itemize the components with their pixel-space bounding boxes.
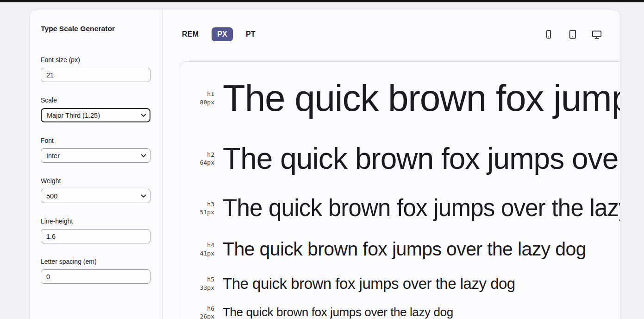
phone-icon xyxy=(544,29,554,39)
heading-tag: h3 xyxy=(180,200,214,209)
preview-row-h4: h4 41px The quick brown fox jumps over t… xyxy=(180,234,620,265)
font-select[interactable]: Inter xyxy=(41,148,150,163)
row-label-h5: h5 33px xyxy=(180,275,214,292)
preview-row-h2: h2 64px The quick brown fox jumps over t… xyxy=(180,135,620,182)
sample-text-h5: The quick brown fox jumps over the lazy … xyxy=(223,272,515,296)
letter-spacing-field-group: Letter spacing (em) xyxy=(41,258,151,284)
row-label-h6: h6 26px xyxy=(180,305,214,319)
unit-tabs: REM PX PT xyxy=(182,27,256,41)
font-size-field-group: Font size (px) xyxy=(41,56,151,82)
settings-sidebar: Type Scale Generator Font size (px) Scal… xyxy=(30,10,163,319)
preview-area: REM PX PT xyxy=(163,10,620,319)
tab-pt[interactable]: PT xyxy=(246,27,256,41)
sample-text-h3: The quick brown fox jumps over the lazy … xyxy=(223,189,620,227)
heading-tag: h2 xyxy=(180,151,214,159)
heading-size: 33px xyxy=(180,284,214,292)
preview-row-h5: h5 33px The quick brown fox jumps over t… xyxy=(180,272,620,296)
scale-label: Scale xyxy=(41,96,151,104)
letter-spacing-input[interactable] xyxy=(41,269,150,284)
heading-tag: h5 xyxy=(180,275,214,284)
font-size-input[interactable] xyxy=(41,68,150,82)
row-label-h2: h2 64px xyxy=(180,151,214,167)
line-height-input[interactable] xyxy=(41,229,150,243)
row-label-h1: h1 80px xyxy=(180,90,214,106)
row-label-h3: h3 51px xyxy=(180,200,214,217)
line-height-label: Line-height xyxy=(41,217,151,225)
preview-row-h1: h1 80px The quick brown fox jumps over t… xyxy=(180,69,620,128)
desktop-icon xyxy=(591,29,602,40)
font-field-group: Font Inter xyxy=(41,137,151,163)
page-title: Type Scale Generator xyxy=(41,25,151,33)
scale-select[interactable]: Major Third (1.25) xyxy=(41,108,150,122)
heading-tag: h1 xyxy=(180,90,214,98)
preview-row-h3: h3 51px The quick brown fox jumps over t… xyxy=(180,189,620,227)
tab-rem[interactable]: REM xyxy=(182,27,199,41)
heading-size: 64px xyxy=(180,159,214,167)
row-label-h4: h4 41px xyxy=(180,241,214,257)
font-size-label: Font size (px) xyxy=(41,56,151,64)
tablet-icon xyxy=(568,29,578,39)
weight-label: Weight xyxy=(41,177,151,185)
heading-size: 51px xyxy=(180,208,214,217)
letter-spacing-label: Letter spacing (em) xyxy=(41,258,151,265)
app-window: Type Scale Generator Font size (px) Scal… xyxy=(29,10,620,319)
tab-px[interactable]: PX xyxy=(212,27,233,41)
preview-row-h6: h6 26px The quick brown fox jumps over t… xyxy=(180,303,620,319)
heading-size: 26px xyxy=(180,313,214,319)
weight-select[interactable]: 500 xyxy=(41,189,150,203)
weight-field-group: Weight 500 xyxy=(41,177,151,203)
heading-size: 80px xyxy=(180,98,214,107)
type-scale-preview-card: h1 80px The quick brown fox jumps over t… xyxy=(180,61,620,319)
browser-top-strip xyxy=(0,0,644,2)
device-preview-buttons xyxy=(543,29,602,40)
tablet-preview-button[interactable] xyxy=(567,29,578,40)
line-height-field-group: Line-height xyxy=(41,217,151,243)
sample-text-h6: The quick brown fox jumps over the lazy … xyxy=(223,303,453,319)
font-label: Font xyxy=(41,137,151,144)
heading-tag: h4 xyxy=(180,241,214,249)
sample-text-h2: The quick brown fox jumps over the lazy … xyxy=(223,135,620,182)
heading-tag: h6 xyxy=(180,305,214,313)
scale-field-group: Scale Major Third (1.25) xyxy=(41,96,151,122)
desktop-preview-button[interactable] xyxy=(591,29,602,40)
preview-toolbar: REM PX PT xyxy=(182,27,602,41)
sample-text-h4: The quick brown fox jumps over the lazy … xyxy=(223,234,586,265)
phone-preview-button[interactable] xyxy=(543,29,554,40)
sample-text-h1: The quick brown fox jumps over the lazy … xyxy=(223,69,620,128)
heading-size: 41px xyxy=(180,249,214,258)
